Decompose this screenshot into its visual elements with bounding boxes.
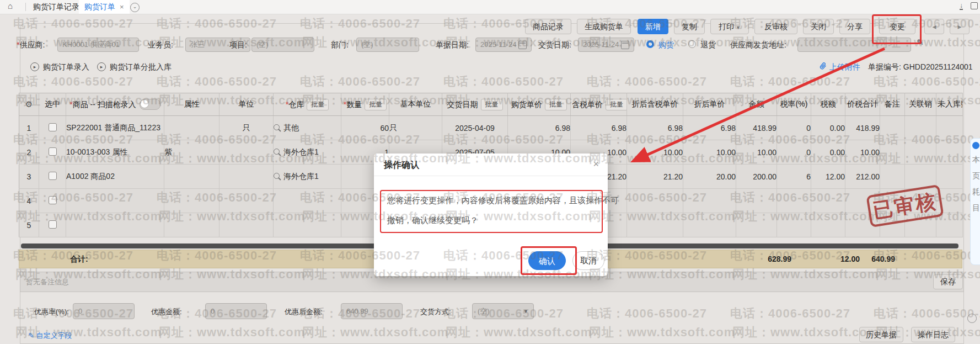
edit-pencil-icon[interactable]: ✎ (917, 38, 924, 47)
copy-button[interactable]: 复制 (674, 19, 705, 34)
corner-circle-icon[interactable] (967, 314, 977, 323)
row-checkbox[interactable] (49, 196, 57, 204)
home-icon[interactable]: ⌂ (8, 1, 13, 10)
return-radio-label[interactable]: 退货 (700, 40, 716, 50)
generate-order-button[interactable]: 生成购货单 (577, 19, 631, 34)
scan-toggle[interactable] (140, 99, 160, 110)
assistant-icon[interactable] (972, 142, 979, 149)
note-cell[interactable] (880, 140, 905, 165)
link-batch-inbound[interactable]: 购货订单分批入库 (110, 62, 172, 72)
share-button[interactable]: 分享 (839, 19, 870, 34)
attr-cell[interactable] (164, 165, 219, 189)
supplier-input[interactable]: KH0001 供应商01 (57, 38, 139, 52)
row-checkbox[interactable] (49, 123, 57, 131)
date-cell[interactable]: 2025-04-09 (442, 116, 508, 140)
purchase-radio-label[interactable]: 购货 (658, 40, 674, 50)
custom-fields-link[interactable]: ✎ 自定义字段 (28, 331, 72, 341)
batch-button[interactable]: 批量 (365, 99, 387, 110)
row-checkbox[interactable] (49, 220, 57, 229)
warehouse-cell[interactable]: 其他 (274, 116, 341, 140)
search-icon[interactable] (274, 124, 280, 130)
tax-rate-cell[interactable]: 0 (777, 116, 811, 140)
next-record-button[interactable]: ▸ (950, 19, 970, 34)
delivery-method-select[interactable]: (空)▼ (472, 303, 534, 319)
disc-tax-price-cell[interactable]: 10.00 (627, 140, 683, 165)
tab-close-icon[interactable]: × (120, 3, 124, 11)
add-new-button[interactable]: 新增 (638, 19, 668, 34)
unapprove-button[interactable]: 反审核 (754, 19, 797, 34)
batch-button[interactable]: 批量 (307, 99, 329, 110)
upload-attachment-link[interactable]: 上传附件 (829, 62, 860, 72)
col-base-unit: 基本单位 (389, 93, 442, 116)
batch-button[interactable]: 批量 (606, 99, 627, 110)
row-select-cell (39, 189, 66, 213)
purchase-radio[interactable] (646, 40, 654, 48)
col-pending: 未入库数 (936, 93, 963, 116)
op-log-button[interactable]: 操作日志 (911, 327, 955, 342)
product-cell[interactable]: 10-0013-003 属性 (66, 140, 164, 165)
after-discount-input[interactable]: 640.99 (341, 303, 403, 319)
disc-tax-price-cell[interactable]: 6.98 (627, 116, 683, 140)
dept-input[interactable]: (空) (356, 38, 419, 52)
tab-purchase-order[interactable]: 购货订单× (79, 0, 130, 14)
history-button[interactable]: 历史单据 (859, 327, 903, 342)
change-button[interactable]: 变更 (879, 19, 915, 34)
price-cell[interactable]: 6.98 (508, 116, 571, 140)
close-button[interactable]: 关闭 (803, 19, 834, 34)
dialog-close-icon[interactable]: × (593, 158, 599, 170)
search-icon[interactable] (274, 149, 280, 155)
search-icon[interactable] (274, 173, 280, 179)
unit-cell[interactable]: 只 (219, 116, 274, 140)
link-order-entry[interactable]: 购货订单录入 (43, 62, 89, 72)
product-record-button[interactable]: 商品记录 (525, 19, 571, 34)
row-checkbox[interactable] (49, 172, 57, 180)
return-radio[interactable] (688, 40, 696, 48)
disc-price-cell[interactable]: 20.00 (683, 165, 736, 189)
cancel-button[interactable]: 取消 (572, 251, 604, 270)
tab-order-record[interactable]: 购货订单记录 (28, 0, 85, 14)
discount-amount-input[interactable]: 0 (205, 303, 267, 319)
prev-record-button[interactable]: ◂ (924, 19, 944, 34)
product-cell[interactable]: A1002 商品02 (66, 165, 164, 189)
batch-button[interactable]: 批量 (481, 99, 503, 110)
column-settings-gear-icon[interactable]: ⚙ (19, 93, 39, 116)
bill-date-input[interactable]: 2025-11-24 (475, 38, 532, 52)
calendar-icon[interactable] (621, 41, 629, 49)
product-cell[interactable]: SP222001 普通商品_11223 (66, 116, 164, 140)
chevron-down-icon: ▼ (736, 25, 741, 30)
edge-glyph: 目 (972, 203, 980, 213)
delivery-date-input[interactable]: 2025-11-24 (578, 38, 634, 52)
note-cell[interactable] (880, 165, 905, 189)
tax-rate-cell[interactable]: 6 (777, 165, 811, 189)
warehouse-cell[interactable]: 海外仓库1 (274, 140, 341, 165)
attr-cell[interactable]: 紫 (164, 140, 219, 165)
warehouse-cell[interactable]: 海外仓库1 (274, 165, 341, 189)
confirm-button[interactable]: 确认 (528, 251, 566, 270)
batch-button[interactable]: 批量 (545, 99, 567, 110)
window-icon[interactable] (971, 2, 978, 9)
product-cell[interactable] (66, 213, 164, 237)
ship-address-input[interactable] (797, 38, 911, 52)
disc-price-cell[interactable]: 6.98 (683, 116, 736, 140)
row-checkbox[interactable] (49, 147, 57, 156)
tax-price-cell[interactable]: 6.98 (571, 116, 627, 140)
col-amount: 金额 (736, 93, 777, 116)
product-cell[interactable] (66, 189, 164, 213)
tab-list-dropdown-icon[interactable]: ⌄ (130, 3, 140, 12)
save-button[interactable]: 保存 (933, 274, 963, 289)
col-select: 选中 (39, 93, 66, 116)
note-cell[interactable] (880, 116, 905, 140)
download-icon[interactable]: ↓ (960, 2, 963, 10)
unit-cell[interactable] (219, 165, 274, 189)
attr-cell[interactable] (164, 116, 219, 140)
calendar-icon[interactable] (518, 41, 527, 49)
tax-rate-cell[interactable]: 0 (777, 140, 811, 165)
disc-price-cell[interactable]: 10.00 (683, 140, 736, 165)
project-input[interactable]: (空) (251, 38, 314, 52)
print-button[interactable]: 打印▼ (710, 19, 749, 34)
disc-tax-price-cell[interactable]: 21.20 (627, 165, 683, 189)
discount-rate-input[interactable]: 0 (73, 303, 135, 319)
unit-cell[interactable] (219, 140, 274, 165)
right-edge-panel[interactable]: 本 页 耗 目 (970, 138, 980, 265)
qty-cell[interactable]: 60 (341, 116, 389, 140)
